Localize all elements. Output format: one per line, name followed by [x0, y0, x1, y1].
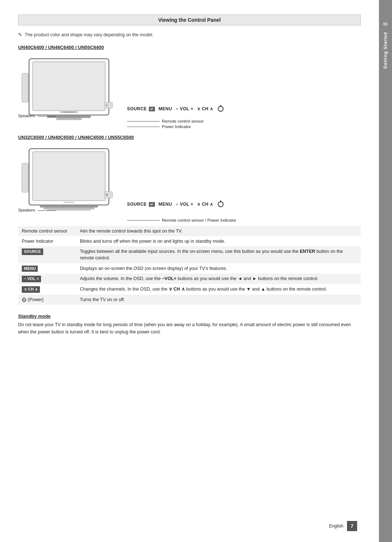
feature-name-box: SOURCE — [22, 249, 43, 255]
note-icon: ✎ — [18, 32, 22, 37]
standby-heading: Standby mode — [18, 313, 361, 319]
table-row: MENUDisplays an on-screen the OSD (on sc… — [18, 263, 361, 274]
footer-lang: English — [329, 523, 343, 529]
page-number: 7 — [347, 521, 357, 531]
feature-desc-cell: Adjusts the volume. In the OSD, use the … — [76, 274, 361, 284]
table-row: Remote control sensorAim the remote cont… — [18, 226, 361, 236]
side-tab: 01 Getting Started — [379, 0, 392, 542]
feature-desc-cell: Toggles between all the available input … — [76, 246, 361, 263]
svg-rect-6 — [105, 102, 113, 108]
control-buttons-1: SOURCE ↵ MENU − VOL + ∨ CH ∧ — [127, 106, 224, 112]
page-title: Viewing the Control Panel — [158, 17, 221, 23]
speaker-label-2: Speakers — [18, 208, 56, 212]
side-tab-number: 01 — [383, 22, 388, 26]
model-heading-1: UN40C6400 / UN46C6400 / UN55C6400 — [18, 45, 361, 50]
note-line: ✎ The product color and shape may vary d… — [18, 32, 361, 37]
table-row: SOURCEToggles between all the available … — [18, 246, 361, 263]
feature-name-box: − VOL + — [22, 276, 41, 282]
feature-desc-cell: Aim the remote control towards this spot… — [76, 226, 361, 236]
table-row: ⏻ (Power)Turns the TV on or off. — [18, 295, 361, 305]
svg-rect-12 — [40, 205, 98, 208]
feature-name-cell: − VOL + — [18, 274, 76, 284]
feature-name-cell: SOURCE — [18, 246, 76, 263]
svg-rect-17 — [22, 163, 28, 192]
feature-name-box: MENU — [22, 266, 38, 272]
model-heading-2: UN32C6500 / UN40C6500 / UN46C6500 / UN55… — [18, 135, 361, 140]
standby-section: Standby mode Do not leave your TV in sta… — [18, 313, 361, 336]
feature-name-cell: MENU — [18, 263, 76, 274]
feature-name-cell: Remote control sensor — [18, 226, 76, 236]
tv-diagram-1: SAMSUNG Speakers — [18, 55, 361, 129]
speaker-label-1: Speakers — [18, 114, 56, 118]
table-row: ∨ CH ∧Changes the channels. In the OSD, … — [18, 284, 361, 295]
standby-text: Do not leave your TV in standby mode for… — [18, 321, 361, 336]
svg-rect-1 — [33, 62, 105, 111]
right-labels-1: SOURCE ↵ MENU − VOL + ∨ CH ∧ Remote — [127, 106, 224, 129]
feature-name-cell: ⏻ (Power) — [18, 295, 76, 305]
note-text: The product color and shape may vary dep… — [25, 32, 153, 37]
feature-name-cell: ∨ CH ∧ — [18, 284, 76, 295]
side-tab-label: Getting Started — [383, 32, 388, 69]
feature-desc-cell: Changes the channels. In the OSD, use th… — [76, 284, 361, 295]
tv-diagram-2: SAMSUNG Speakers — [18, 145, 361, 222]
combined-sensor-line: Remote control sensor / Power Indicator — [127, 218, 236, 222]
title-bar: Viewing the Control Panel — [18, 15, 361, 25]
svg-point-7 — [106, 104, 107, 106]
feature-name-cell: Power Indicator — [18, 236, 76, 246]
table-row: − VOL +Adjusts the volume. In the OSD, u… — [18, 274, 361, 284]
svg-text:SAMSUNG: SAMSUNG — [64, 201, 75, 204]
feature-desc-cell: Displays an on-screen the OSD (on screen… — [76, 263, 361, 274]
feature-table: Remote control sensorAim the remote cont… — [18, 226, 361, 305]
right-labels-2: SOURCE ↵ MENU − VOL + ∨ CH ∧ Remote — [127, 201, 236, 222]
svg-rect-10 — [33, 152, 105, 201]
svg-rect-8 — [22, 73, 28, 102]
svg-rect-15 — [105, 192, 113, 198]
svg-text:SAMSUNG: SAMSUNG — [64, 111, 75, 113]
svg-point-16 — [106, 194, 108, 196]
power-indicator-line-1: Power Indicator — [127, 124, 224, 129]
feature-desc-cell: Blinks and turns off when the power is o… — [76, 236, 361, 246]
tv-drawing-1: SAMSUNG Speakers — [18, 55, 120, 129]
svg-rect-5 — [56, 118, 82, 120]
tv-drawing-2: SAMSUNG Speakers — [18, 145, 120, 222]
control-buttons-2: SOURCE ↵ MENU − VOL + ∨ CH ∧ — [127, 201, 236, 207]
remote-sensor-line-1: Remote control sensor — [127, 119, 224, 123]
table-row: Power IndicatorBlinks and turns off when… — [18, 236, 361, 246]
page-footer: English 7 — [329, 521, 357, 531]
feature-desc-cell: Turns the TV on or off. — [76, 295, 361, 305]
feature-name-box: ∨ CH ∧ — [22, 286, 40, 293]
